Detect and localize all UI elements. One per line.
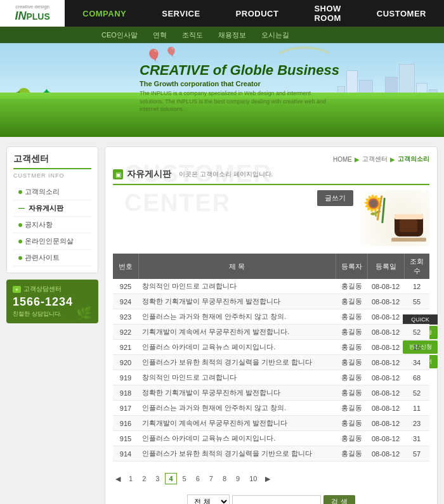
table-row: 920 인플러스가 보유한 최적의 경기실력을 기반으로 합니다 홍길동 08-… [113,355,429,370]
write-button[interactable]: 글쓰기 [317,190,353,206]
cell-views: 55 [404,294,429,309]
sidebar-item-customer-voice[interactable]: 고객의소리 [13,184,91,200]
cell-views: 52 [404,325,429,340]
header: creative design INPLUS COMPANY SERVICE P… [0,0,444,27]
nav-item-company[interactable]: COMPANY [65,0,144,27]
nav-item-product[interactable]: PRODUCT [218,0,297,27]
search-button[interactable]: 검 색 [323,495,355,505]
cell-date: 08-08-12 [367,446,404,462]
page-num-1[interactable]: 1 [125,473,136,484]
cell-subject[interactable]: 인플러스 아카데미 교육뉴스 페이지입니다. [138,340,336,355]
sidebar-item-online-inquiry[interactable]: 온라인인문의살 [13,233,91,250]
cell-subject[interactable]: 인플러스는 과거와 현재에 안주하지 않고 창의. [138,309,336,325]
page-next[interactable]: ▶ [263,474,273,484]
sub-nav-ceo[interactable]: CEO인사말 [94,27,145,43]
breadcrumb-sep2: ▶ [390,156,395,163]
hero-desc: The INPLUS is a company specialized in W… [140,89,330,113]
cell-num: 923 [113,309,138,325]
cell-subject[interactable]: 기획개발이 계속에서 무궁무진하게 발전합니다. [138,325,336,340]
cell-num: 920 [113,355,138,370]
cell-author: 홍길동 [336,446,367,462]
breadcrumb-customer[interactable]: 고객센터 [362,155,388,164]
col-header-subject: 제 목 [138,254,336,279]
table-row: 918 정확한 기획개발이 무궁무진하게 발전합니다 홍길동 08-08-12 … [113,385,429,401]
page-num-10[interactable]: 10 [245,473,261,484]
cell-views: 57 [404,446,429,462]
breadcrumb: HOME ▶ 고객센터 ▶ 고객의소리 [113,155,429,164]
cell-subject[interactable]: 인플러스 아카데미 교육뉴스 페이지입니다. [138,431,336,446]
cell-subject[interactable]: 인플러스가 보유한 최적의 경기실력을 기반으로 합니다 [138,355,336,370]
table-row: 924 정확한 기획개발이 무궁무진하게 발전합니다 홍길동 08-08-12 … [113,294,429,309]
sub-nav-org[interactable]: 조직도 [174,27,211,43]
pagination: ◀12345678910▶ [113,473,273,484]
table-row: 925 창의적인 마인드로 고려합니다 홍길동 08-08-12 12 [113,279,429,294]
hero-title: CREATIVE of Globle Business [140,62,339,79]
page-num-3[interactable]: 3 [152,473,163,484]
nav-item-showroom[interactable]: SHOW ROOM [296,0,358,27]
page-header: ▣ 자유게시판 이곳은 고객여소리 페이지입니다. [113,169,429,185]
cell-subject[interactable]: 인플러스는 과거와 현재에 안주하지 않고 창의. [138,401,336,416]
sidebar-item-freeboard[interactable]: 자유게시판 [13,200,91,217]
sub-nav-directions[interactable]: 오시는길 [254,27,297,43]
table-row: 915 인플러스 아카데미 교육뉴스 페이지입니다. 홍길동 08-08-12 … [113,431,429,446]
table-row: 921 인플러스 아카데미 교육뉴스 페이지입니다. 홍길동 08-08-12 … [113,340,429,355]
cell-subject[interactable]: 기획개발이 계속에서 무궁무진하게 발전합니다 [138,416,336,431]
sidebar-customer-section: 고객센터 CUSTMER INFO 고객의소리 자유게시판 공지사항 온라인인문… [6,146,98,273]
cell-num: 919 [113,370,138,385]
col-header-date: 등록일 [367,254,404,279]
cell-num: 917 [113,401,138,416]
cell-author: 홍길동 [336,309,367,325]
cell-num: 915 [113,431,138,446]
page-num-8[interactable]: 8 [219,473,230,484]
bullet-icon [18,223,22,227]
sidebar-item-related-site[interactable]: 관련사이트 [13,250,91,266]
sub-nav-history[interactable]: 연혁 [145,27,174,43]
logo: INPLUS [15,10,49,23]
hero-text-area: CREATIVE of Globle Business The Growth c… [140,62,339,113]
cell-num: 918 [113,385,138,401]
page-num-7[interactable]: 7 [206,473,217,484]
cell-author: 홍길동 [336,279,367,294]
sub-nav: CEO인사말 연혁 조직도 채용정보 오시는길 [0,27,444,43]
cell-date: 08-08-12 [367,279,404,294]
page-num-9[interactable]: 9 [232,473,244,484]
cell-date: 08-08-12 [367,294,404,309]
cell-subject[interactable]: 정확한 기획개발이 무궁무진하게 발전합니다 [138,385,336,401]
bullet-icon [18,256,22,260]
cell-date: 08-08-12 [367,325,404,340]
main-content: 고객센터 CUSTMER INFO 고객의소리 자유게시판 공지사항 온라인인문… [0,137,444,504]
cell-subject[interactable]: 정확한 기획개발이 무궁무진하게 발전합니다 [138,294,336,309]
page-num-6[interactable]: 6 [192,473,204,484]
page-num-5[interactable]: 5 [179,473,190,484]
logo-area: creative design INPLUS [0,0,65,27]
cell-views: 34 [404,355,429,370]
breadcrumb-sep1: ▶ [355,156,360,163]
support-leaf-icon: 🌿 [76,306,92,321]
cell-views: 31 [404,431,429,446]
cell-num: 914 [113,446,138,462]
page-num-2[interactable]: 2 [138,473,150,484]
cell-author: 홍길동 [336,355,367,370]
cell-author: 홍길동 [336,401,367,416]
cell-num: 924 [113,294,138,309]
cell-subject[interactable]: 인플러스가 보유한 최적의 경기실력을 기반으로 합니다 [138,446,336,462]
cell-date: 08-08-12 [367,385,404,401]
sidebar-item-notice[interactable]: 공지사항 [13,217,91,233]
cell-subject[interactable]: 창의적인 마인드로 고려합니다 [138,370,336,385]
cell-views: 12 [404,279,429,294]
nav-item-customer[interactable]: CUSTOMER [359,0,444,27]
table-row: 917 인플러스는 과거와 현재에 안주하지 않고 창의. 홍길동 08-08-… [113,401,429,416]
nav-item-service[interactable]: SERVICE [144,0,218,27]
search-bar: 전 체 제목 내용 작성자 검 색 [113,494,429,504]
cell-author: 홍길동 [336,431,367,446]
page-num-4[interactable]: 4 [165,473,176,484]
search-input[interactable] [232,495,321,504]
cell-subject[interactable]: 창의적인 마인드로 고려합니다 [138,279,336,294]
search-select[interactable]: 전 체 제목 내용 작성자 [187,494,230,504]
main-nav: COMPANY SERVICE PRODUCT SHOW ROOM CUSTOM… [65,0,444,27]
page-prev[interactable]: ◀ [113,474,123,484]
sub-nav-recruit[interactable]: 채용정보 [211,27,254,43]
breadcrumb-home[interactable]: HOME [333,156,352,163]
col-header-author: 등록자 [336,254,367,279]
cell-author: 홍길동 [336,340,367,355]
